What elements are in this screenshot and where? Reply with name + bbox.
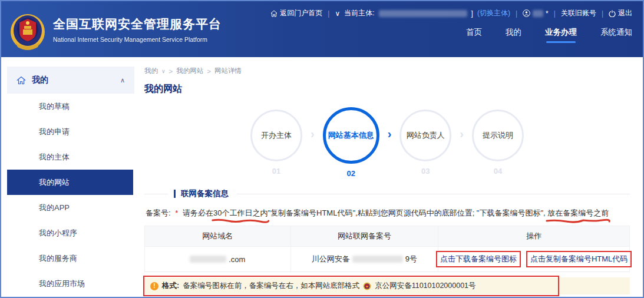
- page-body: 我的 ∧ 我的草稿 我的申请 我的主体 我的网站 我的APP 我的小程序 我的服…: [1, 57, 643, 298]
- platform-title: 全国互联网安全管理服务平台: [53, 16, 222, 32]
- step-circle[interactable]: 网站负责人: [399, 110, 451, 161]
- notice-text: 备案编号图标在前，备案编号在右，如本网站底部格式: [183, 281, 359, 291]
- switch-entity-link[interactable]: (切换主体): [477, 8, 510, 18]
- step-instructions[interactable]: 提示说明 04: [472, 110, 524, 176]
- sidebar-item-providers[interactable]: 我的服务商: [1, 246, 138, 271]
- logout-link[interactable]: 退出: [609, 8, 632, 18]
- col-header-actions: 操作: [438, 226, 629, 246]
- home-icon: [270, 10, 278, 17]
- breadcrumb-mine[interactable]: 我的: [144, 67, 158, 75]
- separator: |: [602, 9, 603, 18]
- entity-bracket: ]: [471, 9, 473, 18]
- username-redacted: [533, 10, 543, 17]
- step-circle[interactable]: 提示说明: [472, 110, 524, 161]
- section-accent-bar: [174, 190, 176, 198]
- step-circle[interactable]: 开办主体: [250, 110, 302, 161]
- beian-table: 网站域名 网站联网备案号 操作 .com 川公网安备 9号 点击下: [144, 226, 630, 272]
- separator: |: [516, 9, 517, 18]
- beian-instruction: 备案号: * 请务必在30个工作日之内"复制备案编号HTML代码",粘贴到您网页…: [144, 208, 630, 218]
- breadcrumb-separator: >: [207, 68, 211, 75]
- link-old-account[interactable]: 关联旧账号: [561, 8, 596, 18]
- table-header-row: 网站域名 网站联网备案号 操作: [145, 226, 629, 246]
- col-header-domain: 网站域名: [145, 226, 290, 246]
- step-arrow-icon: ›: [388, 127, 392, 141]
- wizard-stepper: 开办主体 01 › 网站基本信息 02 › 网站负责人 03 › 提示说明 04: [144, 107, 630, 178]
- sidebar-group-label: 我的: [32, 75, 120, 85]
- red-scribble-underline: [212, 218, 269, 224]
- note-text: "复制备案编号HTML代码",粘贴到您网页源代码中的底部位置; "下载备案编号图…: [267, 208, 547, 217]
- chevron-down-icon[interactable]: ∨: [161, 68, 166, 74]
- page-title: 我的网站: [144, 83, 630, 95]
- header-right: 返回门户首页 | ∨ 当前主体: ] (切换主体) | * | 关联旧账号 |: [270, 1, 643, 57]
- app-window: 全国互联网安全管理服务平台 National Internet Security…: [0, 0, 644, 298]
- sidebar: 我的 ∧ 我的草稿 我的申请 我的主体 我的网站 我的APP 我的小程序 我的服…: [1, 57, 138, 298]
- police-badge-mini-icon: [363, 282, 371, 290]
- step-site-manager[interactable]: 网站负责人 03: [399, 110, 451, 176]
- cell-actions: 点击下载备案编号图标 点击复制备案编号HTML代码: [438, 247, 629, 271]
- step-site-basic-info[interactable]: 网站基本信息 02: [323, 107, 379, 178]
- sidebar-item-entities[interactable]: 我的主体: [1, 144, 138, 170]
- note-text-underlined: 放在备案编号之前: [547, 208, 609, 218]
- utility-bar: 返回门户首页 | ∨ 当前主体: ] (切换主体) | * | 关联旧账号 |: [270, 8, 632, 18]
- breadcrumb-detail: 网站详情: [214, 67, 242, 75]
- sidebar-item-websites[interactable]: 我的网站: [7, 170, 133, 195]
- cell-beian-number: 川公网安备 9号: [290, 247, 438, 271]
- divider-line: [144, 194, 168, 194]
- nav-mine[interactable]: 我的: [506, 27, 521, 43]
- required-asterisk: *: [175, 208, 178, 217]
- current-entity-label: 当前主体:: [344, 8, 374, 18]
- separator: |: [554, 9, 556, 18]
- step-number: 02: [346, 169, 355, 178]
- beian-label: 备案号:: [146, 208, 171, 217]
- app-header: 全国互联网安全管理服务平台 National Internet Security…: [1, 1, 643, 57]
- nav-notifications[interactable]: 系统通知: [600, 27, 632, 43]
- username-suffix: *: [546, 9, 549, 18]
- breadcrumb-separator: >: [169, 68, 173, 75]
- red-scribble-underline: [546, 218, 610, 224]
- divider-line: [237, 194, 630, 194]
- power-icon: [609, 10, 616, 17]
- main-nav: 首页 我的 业务办理 系统通知: [466, 27, 632, 43]
- step-number: 03: [421, 167, 430, 176]
- step-circle[interactable]: 网站基本信息: [323, 107, 379, 164]
- sidebar-item-drafts[interactable]: 我的草稿: [1, 94, 138, 119]
- platform-subtitle: National Internet Security Management Se…: [53, 36, 222, 43]
- breadcrumb-websites[interactable]: 我的网站: [176, 67, 203, 75]
- cell-domain: .com: [145, 247, 290, 271]
- brand-text: 全国互联网安全管理服务平台 National Internet Security…: [53, 16, 222, 43]
- beian-example-number: 京公网安备11010102000001号: [375, 281, 475, 291]
- sidebar-item-miniprograms[interactable]: 我的小程序: [1, 220, 138, 246]
- current-entity-value-redacted: [379, 10, 467, 17]
- format-notice: ! 格式: 备案编号图标在前，备案编号在右，如本网站底部格式 京公网安备1101…: [144, 277, 630, 294]
- section-title: 联网备案信息: [181, 188, 229, 199]
- sidebar-item-applications[interactable]: 我的申请: [1, 119, 138, 144]
- col-header-beian-number: 网站联网备案号: [290, 226, 438, 246]
- step-entity[interactable]: 开办主体 01: [250, 110, 302, 176]
- section-beian-header: 联网备案信息: [144, 188, 630, 199]
- entity-dropdown-chevron[interactable]: ∨: [335, 9, 340, 18]
- note-text: 请务必在: [183, 208, 213, 217]
- step-arrow-icon: ›: [311, 127, 315, 141]
- sidebar-item-appmarket[interactable]: 我的应用市场: [1, 271, 138, 296]
- police-badge-logo: [9, 8, 46, 51]
- breadcrumb: 我的 ∨ > 我的网站 > 网站详情: [144, 67, 630, 75]
- notice-label: 格式:: [162, 281, 179, 291]
- beian-number-redacted: [352, 256, 403, 263]
- copy-beian-html-link[interactable]: 点击复制备案编号HTML代码: [526, 251, 632, 267]
- warning-icon: !: [150, 282, 158, 290]
- main-content: 我的 ∨ > 我的网站 > 网站详情 我的网站 开办主体 01 › 网站基本信息…: [138, 57, 643, 298]
- nav-home[interactable]: 首页: [466, 27, 482, 43]
- step-number: 01: [272, 167, 280, 176]
- nav-business[interactable]: 业务办理: [545, 27, 577, 43]
- user-icon: [523, 9, 530, 17]
- brand: 全国互联网安全管理服务平台 National Internet Security…: [1, 1, 222, 57]
- download-beian-icon-link[interactable]: 点击下载备案编号图标: [436, 251, 521, 267]
- table-row: .com 川公网安备 9号 点击下载备案编号图标 点击复制备案编号HTML代码: [145, 246, 629, 271]
- chevron-up-icon: ∧: [120, 77, 125, 84]
- note-text-underlined: 30个工作日之内: [213, 208, 267, 218]
- user-account[interactable]: *: [523, 9, 549, 18]
- return-portal-link[interactable]: 返回门户首页: [270, 8, 322, 18]
- sidebar-item-apps[interactable]: 我的APP: [1, 195, 138, 220]
- sidebar-group-mine[interactable]: 我的 ∧: [7, 67, 134, 94]
- step-number: 04: [494, 167, 502, 176]
